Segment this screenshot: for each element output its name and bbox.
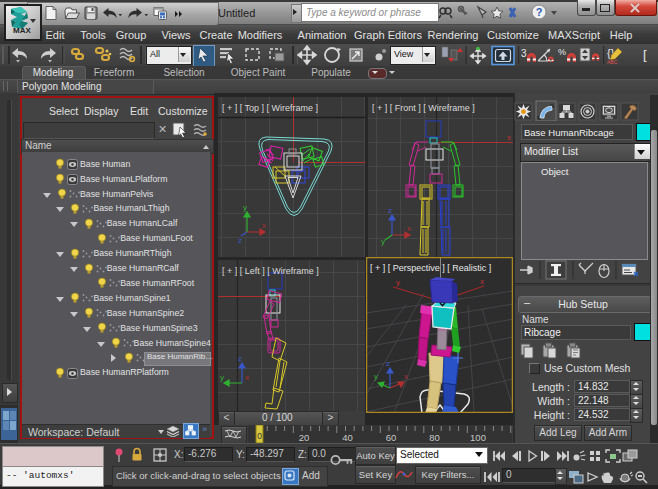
svg-text:y: y: [381, 237, 385, 246]
svg-text:40: 40: [342, 432, 353, 443]
svg-text:z: z: [388, 206, 392, 215]
svg-text:[ + ] [ Perspective ] [ Realis: [ + ] [ Perspective ] [ Realistic ]: [370, 263, 491, 273]
svg-text:%: %: [558, 47, 566, 57]
svg-text:ABC: ABC: [607, 59, 618, 65]
svg-text:20: 20: [299, 432, 310, 443]
svg-text:z: z: [386, 359, 390, 368]
svg-text:z: z: [238, 354, 242, 363]
svg-text:y: y: [243, 203, 247, 212]
svg-text:y: y: [220, 373, 224, 382]
svg-text:x: x: [262, 221, 266, 230]
svg-text:y: y: [374, 372, 378, 381]
svg-text:0: 0: [257, 431, 262, 441]
svg-text:x: x: [245, 373, 249, 382]
svg-text:x: x: [404, 372, 408, 381]
svg-text:x: x: [480, 277, 484, 286]
svg-text:?: ?: [536, 6, 543, 18]
svg-text:[ + ] [ Front ] [ Wireframe ]: [ + ] [ Front ] [ Wireframe ]: [372, 103, 475, 113]
svg-text:[ + ] [ Top ] [ Wireframe ]: [ + ] [ Top ] [ Wireframe ]: [222, 103, 318, 113]
svg-text:x: x: [507, 133, 511, 142]
svg-text:[ + ] [ Left ] [ Wireframe ]: [ + ] [ Left ] [ Wireframe ]: [222, 266, 319, 276]
svg-text:y: y: [396, 278, 400, 287]
svg-text:z: z: [238, 236, 242, 245]
svg-text:100: 100: [470, 432, 486, 443]
svg-text:x: x: [407, 224, 411, 233]
svg-text:60: 60: [386, 432, 397, 443]
svg-text:[: [: [643, 47, 647, 62]
svg-text:3: 3: [521, 48, 527, 59]
svg-text:80: 80: [429, 432, 440, 443]
